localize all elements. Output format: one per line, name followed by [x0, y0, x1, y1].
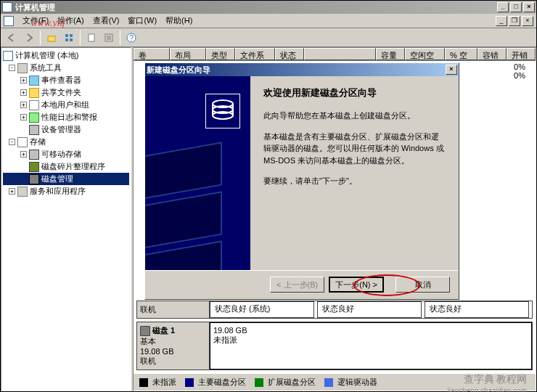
- col-free[interactable]: 空闲空间: [405, 48, 445, 60]
- legend-logical: 逻辑驱动器: [337, 377, 377, 388]
- mdi-close-button[interactable]: ×: [522, 16, 533, 26]
- shared-icon: [29, 88, 39, 98]
- disk0-part2[interactable]: 状态良好: [317, 301, 422, 318]
- col-pctfree[interactable]: % 空闲: [445, 48, 477, 60]
- col-fs[interactable]: 文件系统: [235, 48, 275, 60]
- wizard-desc1: 此向导帮助您在基本磁盘上创建磁盘分区。: [263, 110, 446, 122]
- tree-diskmgmt[interactable]: 磁盘管理: [3, 173, 129, 185]
- expand-icon[interactable]: +: [20, 151, 27, 158]
- toolbar: ?: [1, 28, 536, 47]
- disk0-part3[interactable]: 状态良好: [425, 301, 529, 318]
- menu-view[interactable]: 查看(V): [89, 14, 124, 28]
- tree-shared[interactable]: +共享文件夹: [3, 86, 129, 99]
- event-icon: [29, 75, 39, 86]
- col-type[interactable]: 类型: [206, 48, 235, 60]
- disk0-label: 联机: [137, 301, 210, 318]
- storage-icon: [17, 137, 28, 147]
- minimize-button[interactable]: _: [497, 2, 509, 12]
- legend-unalloc-box: [139, 378, 148, 387]
- legend-extended: 扩展磁盘分区: [268, 377, 316, 388]
- disk0-part1[interactable]: 状态良好 (系统): [210, 301, 314, 318]
- tree-defrag[interactable]: 磁盘碎片整理程序: [3, 160, 129, 173]
- menu-icon: [4, 16, 14, 26]
- disk0-row[interactable]: 联机 状态良好 (系统) 状态良好 状态良好: [136, 301, 533, 319]
- forward-button[interactable]: [21, 30, 37, 46]
- col-layout[interactable]: 布局: [170, 48, 206, 60]
- disk1-row[interactable]: 磁盘 1 基本 19.08 GB 联机 19.08 GB 未指派: [136, 322, 533, 370]
- col-capacity[interactable]: 容量: [376, 48, 405, 60]
- maximize-button[interactable]: □: [510, 2, 522, 12]
- removable-icon: [29, 150, 39, 160]
- view-button[interactable]: [61, 30, 77, 46]
- refresh-button[interactable]: [83, 30, 99, 46]
- disk1-partition[interactable]: 19.08 GB 未指派: [210, 322, 532, 369]
- mdi-restore-button[interactable]: ❐: [509, 16, 520, 26]
- svg-rect-4: [70, 38, 73, 41]
- computer-icon: [3, 51, 13, 61]
- tree-root[interactable]: 计算机管理 (本地): [3, 49, 129, 62]
- tree-eventviewer[interactable]: +事件查看器: [3, 74, 129, 86]
- watermark-url: jiaocheng.chazidian.com: [447, 387, 527, 392]
- tree-panel[interactable]: 计算机管理 (本地) -系统工具 +事件查看器 +共享文件夹 +本地用户和组 +…: [1, 47, 131, 391]
- svg-rect-0: [48, 36, 55, 41]
- disk-icon: [140, 326, 150, 336]
- tree-storage[interactable]: -存储: [3, 136, 129, 148]
- col-volume[interactable]: 卷: [134, 48, 170, 60]
- next-button[interactable]: 下一步(N) >: [329, 277, 384, 293]
- wizard-title: 新建磁盘分区向导: [147, 65, 210, 75]
- perf-icon: [29, 113, 39, 123]
- cancel-button[interactable]: 取消: [395, 277, 450, 293]
- tree-localusers[interactable]: +本地用户和组: [3, 99, 129, 111]
- disk0-parts: 状态良好 (系统) 状态良好 状态良好: [210, 301, 532, 318]
- col-overhead[interactable]: 开销: [507, 48, 536, 60]
- tree-systools[interactable]: -系统工具: [3, 62, 129, 74]
- col-fault[interactable]: 容错: [477, 48, 507, 60]
- legend-logical-box: [324, 378, 333, 387]
- expand-icon[interactable]: +: [20, 77, 27, 83]
- expand-icon[interactable]: +: [20, 102, 27, 108]
- mdi-minimize-button[interactable]: _: [496, 16, 507, 26]
- expand-icon[interactable]: +: [20, 89, 27, 96]
- help-button[interactable]: ?: [123, 30, 139, 46]
- wizard-titlebar[interactable]: 新建磁盘分区向导 ×: [145, 63, 459, 76]
- diskmgmt-icon: [29, 174, 39, 184]
- back-button[interactable]: [4, 30, 20, 46]
- expand-icon[interactable]: +: [20, 114, 27, 121]
- tree-services[interactable]: +服务和应用程序: [3, 185, 129, 197]
- export-button[interactable]: [101, 30, 117, 46]
- wizard-welcome: 欢迎使用新建磁盘分区向导: [263, 86, 446, 99]
- wizard-dialog: 新建磁盘分区向导 × 欢迎使用新建磁盘分区向导 此向导帮助您在基本磁盘上创建磁盘…: [144, 62, 459, 300]
- column-headers: 卷 布局 类型 文件系统 状态 容量 空闲空间 % 空闲 容错 开销: [134, 48, 536, 61]
- menu-help[interactable]: 帮助(H): [161, 14, 197, 28]
- collapse-icon[interactable]: -: [9, 139, 15, 145]
- tools-icon: [17, 63, 28, 73]
- svg-rect-2: [70, 34, 73, 37]
- col-status[interactable]: 状态: [275, 48, 304, 60]
- collapse-icon[interactable]: -: [9, 65, 15, 71]
- svg-text:?: ?: [129, 33, 134, 42]
- expand-icon[interactable]: +: [9, 188, 15, 195]
- menu-window[interactable]: 窗口(W): [123, 14, 161, 28]
- watermark-top: www.yhf: [30, 17, 65, 29]
- app-icon: [2, 2, 12, 12]
- tree-perf[interactable]: +性能日志和警报: [3, 111, 129, 123]
- wizard-buttons: < 上一步(B) 下一步(N) > 取消: [145, 270, 459, 298]
- watermark-brand: 查字典 教程网: [464, 373, 528, 386]
- close-button[interactable]: ×: [523, 2, 535, 12]
- wizard-sidebar: [145, 76, 250, 270]
- window-title: 计算机管理: [15, 2, 55, 13]
- defrag-icon: [29, 162, 39, 172]
- up-button[interactable]: [44, 30, 60, 46]
- wizard-desc2: 基本磁盘是含有主要磁盘分区、扩展磁盘分区和逻辑驱动器的磁盘。您可以用任何版本的 …: [263, 131, 446, 167]
- wizard-close-button[interactable]: ×: [446, 65, 457, 75]
- main-titlebar: 计算机管理 _ □ ×: [1, 1, 536, 14]
- col-blank[interactable]: [304, 48, 376, 60]
- legend-primary: 主要磁盘分区: [198, 377, 246, 388]
- menubar: 文件(F) 操作(A) 查看(V) 窗口(W) 帮助(H) _ ❐ ×: [1, 14, 536, 28]
- disk1-label: 磁盘 1 基本 19.08 GB 联机: [137, 322, 210, 369]
- tree-removable[interactable]: +可移动存储: [3, 148, 129, 160]
- disk-stack-graphic: [145, 149, 222, 270]
- services-icon: [17, 187, 28, 197]
- back-button: < 上一步(B): [270, 277, 324, 293]
- tree-devmgr[interactable]: 设备管理器: [3, 123, 129, 136]
